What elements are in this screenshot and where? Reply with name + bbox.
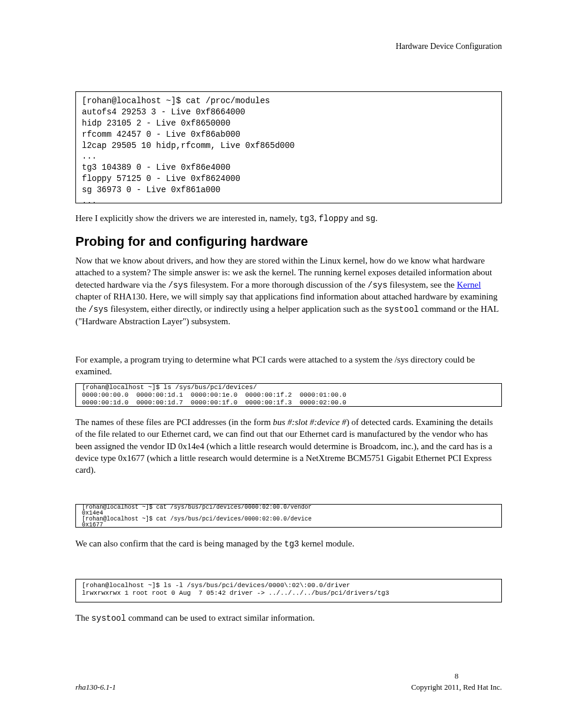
code-content: [rohan@localhost ~]$ ls -l /sys/bus/pci/… (82, 582, 389, 597)
text: filesystem. For a more thorough discussi… (188, 280, 368, 289)
italic-text: bus #:slot #:device # (273, 417, 346, 427)
para-systool: The systool command can be used to extra… (75, 612, 502, 624)
code-systool: systool (384, 305, 419, 314)
footer-doc-id: rha130-6.1-1 (75, 682, 116, 693)
text: and (348, 213, 365, 223)
code-systool: systool (91, 614, 126, 623)
page-number: 8 (411, 671, 502, 681)
kernel-link[interactable]: Kernel (457, 280, 481, 289)
code-sys: /sys (168, 281, 188, 290)
code-sg: sg (365, 214, 375, 223)
code-block-vendor-device: [rohan@localhost ~]$ cat /sys/bus/pci/de… (75, 504, 502, 528)
code-tg3: tg3 (299, 214, 314, 223)
text: rha130-6.1-1 (75, 683, 116, 691)
text: For example, a program trying to determi… (75, 355, 475, 376)
copyright-text: Copyright 2011, Red Hat Inc. (411, 683, 502, 691)
code-sys: /sys (368, 281, 388, 290)
text: Here I explicitly show the drivers we ar… (75, 213, 299, 223)
text: kernel module. (299, 539, 355, 548)
para-pci-example: For example, a program trying to determi… (75, 354, 502, 378)
text: filesystem, see the (388, 280, 457, 289)
code-tg3: tg3 (285, 539, 299, 549)
text: The names of these files are PCI address… (75, 417, 273, 427)
text: , (314, 213, 319, 223)
text: command can be used to extract similar i… (126, 613, 315, 622)
code-content: [rohan@localhost ~]$ cat /proc/modules a… (82, 96, 295, 203)
para-tg3-confirm: We can also confirm that the card is bei… (75, 538, 502, 550)
chapter-header: Hardware Device Configuration (75, 41, 502, 52)
heading-text: Probing for and configuring hardware (75, 234, 308, 249)
code-block-ls-pci: [rohan@localhost ~]$ ls /sys/bus/pci/dev… (75, 383, 502, 407)
chapter-header-text: Hardware Device Configuration (396, 42, 502, 51)
code-block-proc-modules: [rohan@localhost ~]$ cat /proc/modules a… (75, 91, 502, 203)
section-heading-probing: Probing for and configuring hardware (75, 233, 502, 251)
para-probing-intro: Now that we know about drivers, and how … (75, 255, 502, 327)
text: We can also confirm that the card is bei… (75, 539, 285, 548)
code-block-driver-link: [rohan@localhost ~]$ ls -l /sys/bus/pci/… (75, 579, 502, 602)
code-content: [rohan@localhost ~]$ cat /sys/bus/pci/de… (82, 504, 312, 528)
code-floppy: floppy (319, 214, 348, 223)
text: . (375, 213, 378, 223)
code-content: [rohan@localhost ~]$ ls /sys/bus/pci/dev… (82, 384, 346, 406)
para-pci-addresses: The names of these files are PCI address… (75, 416, 502, 476)
footer-right: 8 Copyright 2011, Red Hat Inc. (411, 671, 502, 693)
text: The (75, 613, 91, 622)
para-drivers-interested: Here I explicitly show the drivers we ar… (75, 212, 502, 225)
text: filesystem, either directly, or indirect… (108, 304, 384, 314)
code-sys: /sys (88, 305, 108, 314)
